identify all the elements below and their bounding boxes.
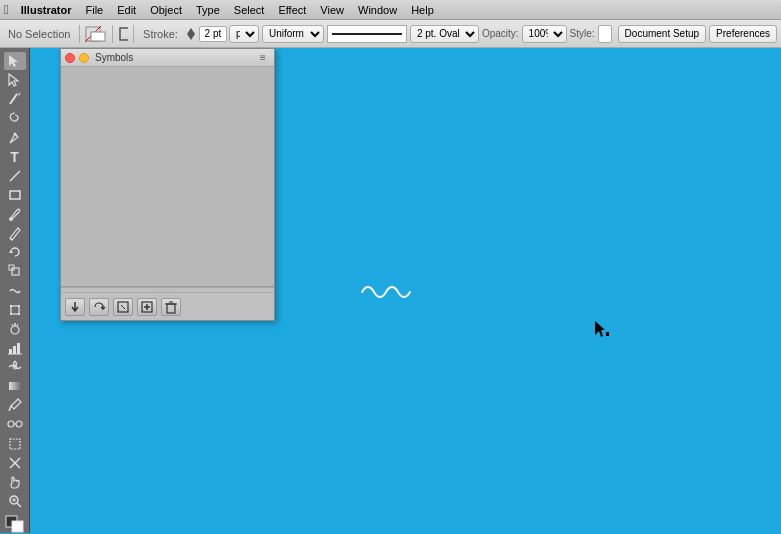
opacity-label: Opacity: [482,28,519,39]
pen-tool-button[interactable] [4,129,26,147]
slice-tool-button[interactable] [4,454,26,472]
menu-item-type[interactable]: Type [190,3,226,17]
direct-selection-tool-button[interactable] [4,71,26,89]
mesh-tool-button[interactable] [4,358,26,376]
pencil-tool-button[interactable] [4,224,26,242]
style-preview[interactable] [598,25,612,43]
svg-rect-36 [10,439,20,449]
toolbox: T [0,48,30,533]
resize-dots: · · · [158,287,178,294]
fill-stroke-icon [5,515,25,533]
symbols-panel: Symbols ≡ · · · [60,48,275,321]
delete-symbol-icon [164,300,178,314]
svg-line-25 [12,324,13,326]
stroke-label: Stroke: [139,28,182,40]
preferences-button[interactable]: Preferences [709,25,777,43]
svg-line-10 [10,171,20,181]
stroke-size-control[interactable]: pt [185,25,259,43]
menu-item-file[interactable]: File [79,3,109,17]
toolbar-separator-3 [133,25,134,43]
svg-rect-11 [10,191,20,199]
canvas-area[interactable]: Symbols ≡ · · · [30,48,781,533]
style-label: Style: [570,28,595,39]
opacity-select[interactable]: 100% [522,25,567,43]
svg-line-13 [10,238,12,240]
lasso-tool-button[interactable] [4,109,26,127]
place-icon [68,300,82,314]
delete-symbol-button[interactable] [161,298,181,316]
stroke-color-icon[interactable] [85,26,107,42]
svg-rect-20 [10,313,12,315]
rotate-tool-button[interactable] [4,243,26,261]
toolbar: No Selection Stroke: pt Uniform [0,20,781,48]
svg-rect-18 [10,305,12,307]
toolbar-separator-2 [112,25,113,43]
document-setup-button[interactable]: Document Setup [618,25,707,43]
no-selection-label: No Selection [4,28,74,40]
paintbrush-tool-button[interactable] [4,205,26,223]
svg-rect-31 [9,382,21,390]
svg-rect-26 [9,349,12,354]
menu-item-effect[interactable]: Effect [272,3,312,17]
apple-logo-icon:  [4,2,9,17]
replace-symbol-button[interactable] [89,298,109,316]
svg-point-12 [9,217,13,221]
svg-line-40 [17,503,21,507]
hand-tool-button[interactable] [4,473,26,491]
magic-wand-tool-button[interactable] [4,90,26,108]
svg-rect-28 [17,343,20,354]
cursor-icon [595,321,609,339]
svg-line-24 [17,324,18,326]
eyedropper-tool-button[interactable] [4,396,26,414]
brush-type-select[interactable]: 2 pt. Oval [410,25,479,43]
new-symbol-button[interactable] [137,298,157,316]
replace-icon [92,300,106,314]
type-icon: T [10,149,19,165]
svg-line-32 [9,406,11,411]
svg-point-33 [8,421,14,427]
scale-tool-button[interactable] [4,262,26,280]
wave-decoration [360,278,415,302]
svg-rect-21 [18,313,20,315]
gradient-tool-button[interactable] [4,377,26,395]
warp-tool-button[interactable] [4,282,26,300]
fill-stroke-indicator[interactable] [4,515,26,533]
rect-indicator-icon [118,26,129,42]
menu-item-edit[interactable]: Edit [111,3,142,17]
break-link-icon [116,300,130,314]
svg-point-9 [13,132,16,135]
artboard-tool-button[interactable] [4,435,26,453]
break-link-button[interactable] [113,298,133,316]
rectangle-tool-button[interactable] [4,186,26,204]
blend-tool-button[interactable] [4,415,26,433]
line-preview-area [327,25,407,43]
menu-item-select[interactable]: Select [228,3,271,17]
stroke-unit-select[interactable]: pt [229,25,259,43]
panel-minimize-button[interactable] [79,53,89,63]
svg-marker-14 [9,250,13,253]
new-symbol-icon [140,300,154,314]
svg-rect-2 [91,32,105,41]
line-style-preview [332,29,402,39]
type-tool-button[interactable]: T [4,148,26,166]
column-graph-tool-button[interactable] [4,339,26,357]
menu-item-object[interactable]: Object [144,3,188,17]
stroke-value-input[interactable] [199,26,227,42]
stroke-color-indicator[interactable] [85,26,107,42]
selection-tool-button[interactable] [4,52,26,70]
menu-item-view[interactable]: View [314,3,350,17]
menu-item-illustrator[interactable]: Illustrator [15,3,78,17]
panel-close-button[interactable] [65,53,75,63]
symbol-sprayer-tool-button[interactable] [4,320,26,338]
line-tool-button[interactable] [4,167,26,185]
place-symbol-button[interactable] [65,298,85,316]
svg-point-34 [16,421,22,427]
stroke-arrows-icon [185,26,197,42]
panel-options-button[interactable]: ≡ [256,52,270,64]
menu-item-help[interactable]: Help [405,3,440,17]
panel-footer [61,292,274,320]
line-type-select[interactable]: Uniform [262,25,324,43]
zoom-tool-button[interactable] [4,492,26,510]
menu-item-window[interactable]: Window [352,3,403,17]
free-transform-tool-button[interactable] [4,301,26,319]
